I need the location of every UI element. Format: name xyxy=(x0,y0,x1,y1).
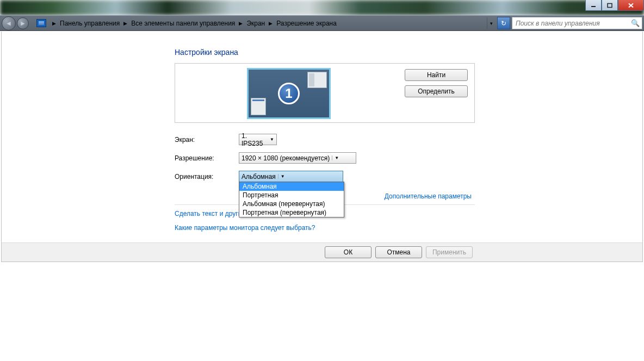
svg-rect-1 xyxy=(608,3,612,7)
page-title: Настройки экрана xyxy=(175,48,238,57)
detect-button[interactable]: Определить xyxy=(405,85,468,97)
orientation-row: Ориентация: Альбомная ▼ xyxy=(175,171,343,182)
content-panel: Настройки экрана 1 Найти Определить Экра… xyxy=(1,32,643,242)
dropdown-option[interactable]: Альбомная xyxy=(239,182,344,191)
ok-button[interactable]: ОК xyxy=(325,246,371,258)
chevron-right-icon: ▶ xyxy=(236,21,245,26)
address-dropdown[interactable]: ▾ xyxy=(487,17,496,29)
resolution-row: Разрешение: 1920 × 1080 (рекомендуется) … xyxy=(175,152,356,164)
chevron-down-icon: ▼ xyxy=(278,174,285,179)
dropdown-option[interactable]: Альбомная (перевернутая) xyxy=(239,200,344,208)
chevron-down-icon: ▼ xyxy=(267,137,274,142)
window-icon xyxy=(307,72,327,88)
screen-row: Экран: 1. IPS235 ▼ xyxy=(175,134,277,145)
orientation-label: Ориентация: xyxy=(175,173,239,180)
desktop-background xyxy=(0,0,644,15)
chevron-right-icon: ▶ xyxy=(49,21,59,26)
minimize-button[interactable] xyxy=(585,0,602,11)
screen-combobox[interactable]: 1. IPS235 ▼ xyxy=(239,134,277,145)
dropdown-option[interactable]: Портретная (перевернутая) xyxy=(239,208,344,217)
advanced-settings-link[interactable]: Дополнительные параметры xyxy=(385,192,472,200)
resolution-combobox[interactable]: 1920 × 1080 (рекомендуется) ▼ xyxy=(239,152,356,164)
text-size-link[interactable]: Сделать текст и другие xyxy=(175,210,245,217)
cancel-button[interactable]: Отмена xyxy=(375,246,422,258)
screen-label: Экран: xyxy=(175,136,239,144)
screen-value: 1. IPS235 xyxy=(242,132,267,147)
orientation-combobox[interactable]: Альбомная ▼ xyxy=(239,171,343,182)
orientation-value: Альбомная xyxy=(242,173,276,180)
close-button[interactable] xyxy=(618,0,644,11)
dialog-button-bar: ОК Отмена Применить xyxy=(1,242,643,262)
monitor-thumbnail[interactable]: 1 xyxy=(247,68,331,119)
breadcrumb-item[interactable]: Разрешение экрана xyxy=(275,20,338,27)
monitor-preview-box: 1 Найти Определить xyxy=(175,63,475,123)
search-field[interactable] xyxy=(515,19,631,28)
maximize-button[interactable] xyxy=(602,0,618,11)
chevron-down-icon: ▼ xyxy=(332,155,339,160)
breadcrumb-item[interactable]: Все элементы панели управления xyxy=(130,20,236,27)
dropdown-option[interactable]: Портретная xyxy=(239,191,344,200)
refresh-button[interactable]: ↻ xyxy=(497,17,510,29)
window-controls xyxy=(585,0,644,11)
monitor-number-badge: 1 xyxy=(278,83,300,104)
chevron-right-icon: ▶ xyxy=(266,21,275,26)
find-button[interactable]: Найти xyxy=(405,69,468,81)
resolution-value: 1920 × 1080 (рекомендуется) xyxy=(242,154,330,162)
chevron-right-icon: ▶ xyxy=(121,21,130,26)
navigation-bar: ◄ ► ▶ Панель управления ▶ Все элементы п… xyxy=(0,15,644,31)
which-params-link[interactable]: Какие параметры монитора следует выбрать… xyxy=(175,224,315,232)
breadcrumb-item[interactable]: Экран xyxy=(245,20,266,27)
search-icon[interactable]: 🔍 xyxy=(631,19,640,27)
resolution-label: Разрешение: xyxy=(175,154,239,162)
window-icon xyxy=(251,98,266,115)
search-input[interactable]: 🔍 xyxy=(512,17,642,29)
apply-button[interactable]: Применить xyxy=(426,246,473,258)
back-button[interactable]: ◄ xyxy=(2,16,16,30)
forward-button[interactable]: ► xyxy=(17,17,29,29)
control-panel-icon xyxy=(36,19,46,27)
orientation-dropdown-list: Альбомная Портретная Альбомная (переверн… xyxy=(239,182,344,217)
breadcrumb[interactable]: ▶ Панель управления ▶ Все элементы панел… xyxy=(46,17,496,29)
breadcrumb-item[interactable]: Панель управления xyxy=(59,20,121,27)
